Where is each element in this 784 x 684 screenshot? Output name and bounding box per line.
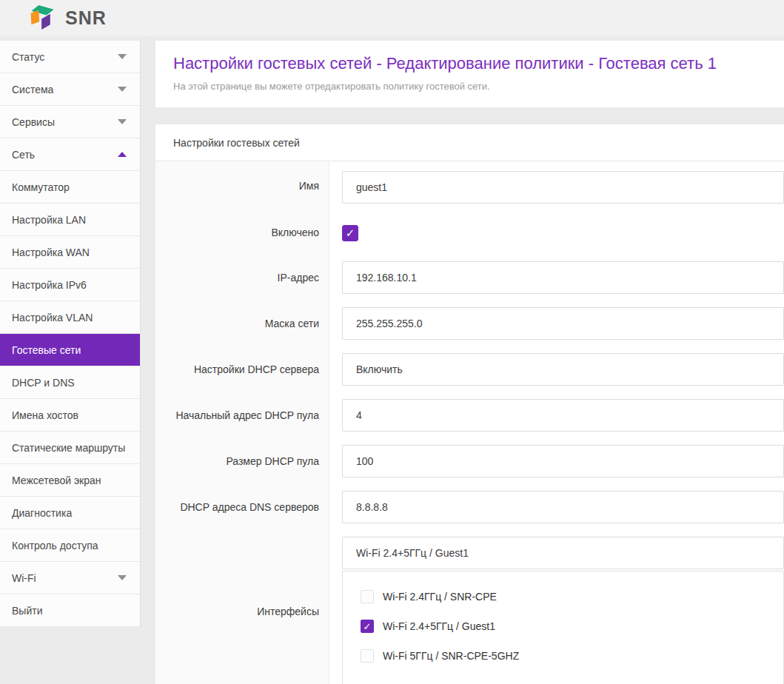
- sidebar-item-wifi[interactable]: Wi-Fi: [0, 562, 140, 594]
- dhcp-server-select[interactable]: Включить: [342, 353, 784, 386]
- brand-logo: SNR: [30, 4, 107, 31]
- sidebar-item-services[interactable]: Сервисы: [0, 106, 140, 138]
- sidebar-item-label: Коммутатор: [12, 181, 70, 193]
- enabled-checkbox[interactable]: [342, 225, 358, 241]
- sidebar-item-label: Настройка WAN: [12, 247, 90, 258]
- interfaces-options-box: Wi-Fi 2.4ГГц / SNR-CPE Wi-Fi 2.4+5ГГц / …: [342, 571, 784, 684]
- sidebar-item-label: Выйти: [12, 605, 42, 617]
- form-card-title: Настройки гостевых сетей: [155, 124, 784, 161]
- sidebar-item-label: Диагностика: [12, 507, 72, 519]
- checkbox-icon[interactable]: [361, 590, 374, 603]
- sidebar-item-status[interactable]: Статус: [0, 41, 140, 73]
- chevron-up-icon: [118, 152, 127, 157]
- sidebar-item-label: Wi-Fi: [12, 572, 36, 584]
- sidebar-item-label: Настройка LAN: [12, 214, 86, 226]
- netmask-field-label: Маска сети: [155, 301, 329, 346]
- brand-name: SNR: [65, 7, 107, 29]
- sidebar-item-switch[interactable]: Коммутатор: [0, 171, 140, 204]
- sidebar-item-dhcp-dns[interactable]: DHCP и DNS: [0, 366, 140, 399]
- sidebar-item-network[interactable]: Сеть: [0, 138, 140, 171]
- page-title: Настройки гостевых сетей - Редактировани…: [173, 54, 766, 73]
- interface-option-label: Wi-Fi 2.4+5ГГц / Guest1: [383, 620, 495, 632]
- interfaces-field-label: Интерфейсы: [155, 530, 329, 684]
- form-row-dhcp-size: Размер DHCP пула: [155, 438, 784, 484]
- sidebar-item-lan[interactable]: Настройка LAN: [0, 204, 140, 236]
- snr-cube-icon: [30, 4, 59, 31]
- ip-address-input[interactable]: [342, 261, 784, 294]
- page-subtitle: На этой странице вы можете отредактирова…: [173, 81, 766, 92]
- form-row-name: Имя: [155, 161, 784, 210]
- sidebar-item-access-control[interactable]: Контроль доступа: [0, 529, 140, 562]
- sidebar-item-label: Настройка IPv6: [12, 279, 87, 291]
- form-row-dhcp-server: Настройки DHCP сервера Включить: [155, 346, 784, 392]
- sidebar-item-logout[interactable]: Выйти: [0, 594, 140, 627]
- sidebar-item-label: Имена хостов: [12, 409, 78, 421]
- interface-option-label: Wi-Fi 2.4ГГц / SNR-CPE: [383, 591, 497, 603]
- form-row-dhcp-dns: DHCP адреса DNS серверов: [155, 484, 784, 530]
- sidebar-item-label: Сервисы: [12, 116, 55, 128]
- dhcp-dns-field-label: DHCP адреса DNS серверов: [155, 484, 329, 530]
- form-row-dhcp-start: Начальный адрес DHCP пула: [155, 392, 784, 438]
- name-field-label: Имя: [155, 161, 329, 210]
- chevron-down-icon: [118, 54, 127, 59]
- sidebar-item-label: Гостевые сети: [12, 344, 81, 356]
- chevron-down-icon: [118, 87, 127, 92]
- form-row-netmask: Маска сети: [155, 301, 784, 346]
- sidebar-item-diagnostics[interactable]: Диагностика: [0, 497, 140, 529]
- sidebar-item-static-routes[interactable]: Статические маршруты: [0, 432, 140, 464]
- sidebar-item-label: Контроль доступа: [12, 540, 98, 551]
- interface-option-5ghz[interactable]: Wi-Fi 5ГГц / SNR-CPE-5GHZ: [361, 641, 783, 671]
- dhcp-server-field-label: Настройки DHCP сервера: [155, 346, 329, 392]
- dhcp-start-field-label: Начальный адрес DHCP пула: [155, 392, 329, 438]
- sidebar-item-wan[interactable]: Настройка WAN: [0, 236, 140, 269]
- interfaces-select[interactable]: Wi-Fi 2.4+5ГГц / Guest1: [342, 537, 784, 569]
- dhcp-start-input[interactable]: [342, 399, 784, 432]
- guest-network-form-card: Настройки гостевых сетей Имя Включено IP…: [155, 124, 784, 684]
- interface-option-label: Wi-Fi 5ГГц / SNR-CPE-5GHZ: [383, 650, 519, 662]
- dhcp-dns-input[interactable]: [342, 491, 784, 523]
- interface-option-24-5ghz-guest1[interactable]: Wi-Fi 2.4+5ГГц / Guest1: [361, 611, 783, 641]
- sidebar-item-label: Межсетевой экран: [12, 475, 101, 486]
- sidebar-item-system[interactable]: Система: [0, 73, 140, 106]
- sidebar-item-guest-networks[interactable]: Гостевые сети: [0, 334, 140, 366]
- checkbox-icon[interactable]: [361, 649, 374, 663]
- form-row-enabled: Включено: [155, 210, 784, 255]
- checkbox-icon[interactable]: [361, 620, 374, 633]
- sidebar-item-label: DHCP и DNS: [12, 377, 75, 389]
- form-row-interfaces: Интерфейсы Wi-Fi 2.4+5ГГц / Guest1 Wi-Fi…: [155, 530, 784, 684]
- sidebar-item-label: Статические маршруты: [12, 442, 125, 454]
- ip-field-label: IP-адрес: [155, 255, 329, 301]
- page-header-card: Настройки гостевых сетей - Редактировани…: [155, 41, 784, 107]
- netmask-input[interactable]: [342, 307, 784, 340]
- sidebar-item-vlan[interactable]: Настройка VLAN: [0, 301, 140, 334]
- sidebar-item-hostnames[interactable]: Имена хостов: [0, 399, 140, 432]
- sidebar-item-label: Настройка VLAN: [12, 312, 93, 323]
- sidebar-item-ipv6[interactable]: Настройка IPv6: [0, 269, 140, 301]
- sidebar: Статус Система Сервисы Сеть Коммутатор Н…: [0, 41, 141, 627]
- top-bar: SNR: [0, 0, 784, 36]
- enabled-field-label: Включено: [155, 210, 329, 255]
- name-input[interactable]: [342, 171, 784, 204]
- dhcp-size-field-label: Размер DHCP пула: [155, 438, 329, 484]
- sidebar-item-label: Сеть: [12, 149, 35, 161]
- main-content: Настройки гостевых сетей - Редактировани…: [155, 41, 784, 684]
- dhcp-pool-size-input[interactable]: [342, 445, 784, 477]
- chevron-down-icon: [118, 575, 127, 580]
- chevron-down-icon: [118, 119, 127, 124]
- interface-option-24ghz[interactable]: Wi-Fi 2.4ГГц / SNR-CPE: [361, 582, 783, 611]
- sidebar-item-firewall[interactable]: Межсетевой экран: [0, 464, 140, 497]
- sidebar-item-label: Система: [12, 84, 53, 95]
- sidebar-item-label: Статус: [12, 51, 44, 63]
- form-row-ip: IP-адрес: [155, 255, 784, 301]
